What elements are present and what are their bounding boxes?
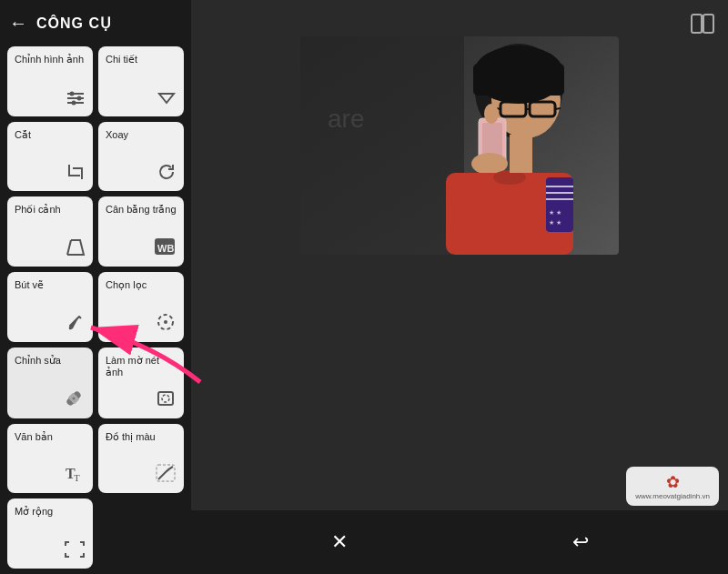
svg-line-7 <box>67 240 71 255</box>
select-circle-icon <box>155 312 177 337</box>
svg-point-12 <box>164 320 167 324</box>
text-icon: TT <box>64 463 86 488</box>
svg-point-15 <box>73 397 76 399</box>
tool-chinh-sua[interactable]: Chỉnh sửa <box>7 347 93 418</box>
tool-chi-tiet[interactable]: Chi tiết <box>98 46 184 116</box>
wb-icon: WB <box>153 237 177 261</box>
tool-can-bang-trang[interactable]: Cân bằng trắng WB <box>98 196 184 267</box>
svg-text:★ ★: ★ ★ <box>549 209 561 216</box>
bandaid-icon <box>62 388 86 413</box>
compare-icon[interactable] <box>690 13 715 40</box>
svg-rect-31 <box>473 64 564 96</box>
tool-chon-loc[interactable]: Chọn lọc <box>98 272 184 342</box>
blur-icon <box>155 388 177 413</box>
watermark: ✿ www.meovatgiadinh.vn <box>626 467 719 506</box>
left-panel: ← CÔNG CỤ Chỉnh hình ảnh Chi tiết Cắt <box>0 0 191 574</box>
svg-rect-26 <box>300 36 464 255</box>
brush-icon <box>66 314 86 337</box>
tool-label: Làm mờ nét ảnh <box>106 355 177 378</box>
rotate-icon <box>157 163 177 186</box>
tool-label: Chi tiết <box>106 54 137 65</box>
svg-line-10 <box>79 317 81 318</box>
tool-van-ban[interactable]: Văn bản TT <box>7 424 93 494</box>
svg-rect-22 <box>703 15 713 33</box>
close-button[interactable]: ✕ <box>331 530 348 554</box>
tool-lam-mo-net-anh[interactable]: Làm mờ nét ảnh <box>98 347 184 418</box>
expand-icon <box>64 540 86 563</box>
photo-container: are ★ ★ ★ ★ <box>300 36 619 255</box>
tool-do-thi-mau[interactable]: Đồ thị màu <box>98 424 184 494</box>
tool-chinh-hinh-anh[interactable]: Chỉnh hình ảnh <box>7 46 93 116</box>
svg-text:are: are <box>328 105 364 133</box>
tool-label: Văn bản <box>15 431 53 443</box>
sliders-icon <box>66 90 86 111</box>
svg-point-1 <box>70 91 75 96</box>
tool-but-ve[interactable]: Bút vẽ <box>7 272 93 342</box>
svg-point-5 <box>72 100 76 105</box>
svg-text:★ ★: ★ ★ <box>549 219 561 226</box>
tool-mo-rong[interactable]: Mở rộng <box>7 498 93 569</box>
tool-xoay[interactable]: Xoay <box>98 122 184 192</box>
tool-label: Xoay <box>106 129 128 141</box>
svg-point-3 <box>77 96 82 100</box>
tool-label: Chỉnh sửa <box>15 355 61 367</box>
svg-text:T: T <box>74 472 80 483</box>
undo-button[interactable]: ↩ <box>572 530 589 554</box>
crop-icon <box>66 163 86 186</box>
svg-rect-21 <box>692 15 702 33</box>
svg-marker-6 <box>159 94 174 103</box>
curve-icon <box>155 463 177 488</box>
tool-label: Mở rộng <box>15 506 53 518</box>
svg-rect-49 <box>510 135 532 173</box>
perspective-icon <box>66 238 86 261</box>
svg-point-17 <box>162 395 169 402</box>
svg-rect-16 <box>158 392 173 405</box>
tool-label: Phối cảnh <box>15 204 61 216</box>
watermark-url: www.meovatgiadinh.vn <box>635 492 710 500</box>
tool-phoi-canh[interactable]: Phối cảnh <box>7 196 93 267</box>
svg-point-48 <box>484 104 499 124</box>
tool-label: Cân bằng trắng <box>106 204 177 216</box>
tools-grid: Chỉnh hình ảnh Chi tiết Cắt Xoay <box>0 41 191 574</box>
header: ← CÔNG CỤ <box>0 0 191 41</box>
back-button[interactable]: ← <box>9 13 27 34</box>
tool-cat[interactable]: Cắt <box>7 122 93 192</box>
triangle-down-icon <box>157 90 177 111</box>
tool-label: Chọn lọc <box>106 279 147 291</box>
svg-line-36 <box>555 108 561 109</box>
svg-text:WB: WB <box>157 243 174 254</box>
tool-label: Đồ thị màu <box>106 431 156 443</box>
tool-label: Cắt <box>15 129 31 141</box>
bottom-bar: ✕ ↩ <box>191 510 728 574</box>
tool-label: Bút vẽ <box>15 279 44 291</box>
flower-icon: ✿ <box>666 472 680 492</box>
panel-title: CÔNG CỤ <box>36 15 112 32</box>
tool-label: Chỉnh hình ảnh <box>15 54 84 65</box>
